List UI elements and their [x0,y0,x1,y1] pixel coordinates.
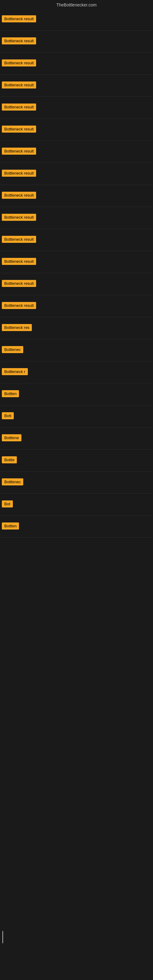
bottleneck-row: Bottlen [0,383,153,406]
site-header: TheBottlenecker.com [0,0,153,9]
bottleneck-result-badge[interactable]: Bottleneck r [2,368,28,375]
bottleneck-result-badge[interactable]: Bott [2,412,14,419]
bottleneck-result-badge[interactable]: Bottleneck result [2,148,36,155]
bottleneck-result-badge[interactable]: Bottleneck result [2,126,36,133]
bottleneck-result-badge[interactable]: Bottleneck result [2,103,36,111]
bottleneck-row: Bottleneck result [0,52,153,75]
bottleneck-result-badge[interactable]: Bottleneck result [2,15,36,22]
bottleneck-result-badge[interactable]: Bot [2,500,13,508]
bottleneck-row: Bottlenec [0,472,153,494]
bottleneck-row: Bottleneck result [0,185,153,207]
bottleneck-row: Bottleneck res [0,317,153,339]
bottleneck-row: Bottleneck result [0,141,153,163]
bottleneck-result-badge[interactable]: Bottlen [2,390,19,397]
bottleneck-result-badge[interactable]: Bottleneck result [2,81,36,89]
bottleneck-result-badge[interactable]: Bottleneck result [2,192,36,199]
bottleneck-result-badge[interactable]: Bottle [2,456,17,463]
bottleneck-row: Bottleneck result [0,163,153,185]
bottleneck-row: Bottleneck result [0,30,153,52]
bottleneck-row: Bottleneck result [0,229,153,251]
bottleneck-row: Bottleneck result [0,273,153,295]
bottleneck-row: Bottleneck result [0,75,153,97]
bottleneck-result-badge[interactable]: Bottleneck result [2,170,36,177]
bottleneck-result-badge[interactable]: Bottleneck result [2,302,36,309]
bottleneck-result-badge[interactable]: Bottleneck result [2,258,36,265]
bottleneck-row: Bottlen [0,516,153,538]
bottleneck-row: Bottleneck r [0,361,153,383]
bottleneck-row: Bottleneck result [0,97,153,119]
bottleneck-row: Bott [0,406,153,428]
bottleneck-result-badge[interactable]: Bottleneck result [2,280,36,287]
bottleneck-result-badge[interactable]: Bottleneck result [2,236,36,243]
bottleneck-row: Bottleneck result [0,251,153,273]
bottleneck-result-badge[interactable]: Bottleneck res [2,324,32,331]
cursor-line [2,931,3,943]
bottleneck-result-badge[interactable]: Bottlenec [2,478,23,485]
bottleneck-result-badge[interactable]: Bottlenec [2,346,23,353]
bottleneck-result-badge[interactable]: Bottlene [2,434,21,441]
bottleneck-row: Bottleneck result [0,9,153,30]
bottleneck-result-badge[interactable]: Bottlen [2,522,19,530]
bottleneck-row: Bottlenec [0,339,153,361]
bottleneck-row: Bot [0,494,153,516]
bottleneck-row: Bottlene [0,428,153,450]
bottleneck-result-badge[interactable]: Bottleneck result [2,214,36,221]
bottleneck-row: Bottleneck result [0,207,153,229]
bottleneck-result-badge[interactable]: Bottleneck result [2,37,36,45]
bottleneck-row: Bottle [0,450,153,472]
bottleneck-row: Bottleneck result [0,295,153,317]
bottleneck-row: Bottleneck result [0,119,153,141]
bottleneck-result-badge[interactable]: Bottleneck result [2,59,36,67]
